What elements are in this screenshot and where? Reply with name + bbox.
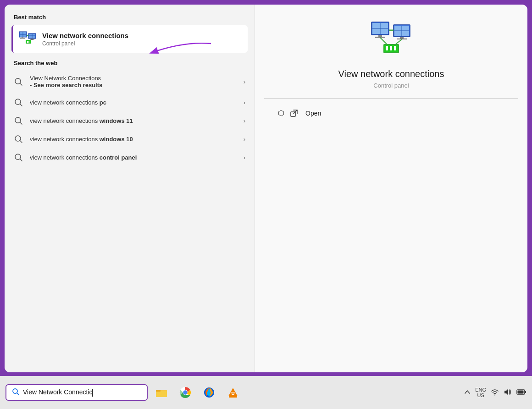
taskbar-vlc[interactable] [223, 382, 243, 403]
taskbar-search-bar[interactable]: View Network Connectic [6, 384, 148, 401]
tray-locale[interactable]: ENG US [475, 387, 486, 398]
detail-divider [264, 98, 518, 99]
search-input-text: View Network Connectic [23, 388, 92, 396]
detail-icon-area [371, 18, 412, 61]
tray-locale-lang: ENG [475, 387, 486, 392]
web-result-win10[interactable]: view network connections windows 10 › [5, 130, 255, 148]
svg-rect-15 [27, 41, 28, 43]
web-result-normal-see-more: View Network Connections [30, 75, 101, 82]
svg-rect-11 [30, 39, 34, 40]
svg-line-46 [380, 38, 387, 44]
svg-rect-32 [378, 35, 382, 37]
best-match-text: View network connections Control panel [42, 32, 128, 47]
svg-rect-39 [397, 39, 407, 39]
tray-wifi-icon[interactable] [491, 388, 499, 398]
vlc-icon [227, 386, 239, 399]
web-result-bold-pc: pc [100, 99, 106, 106]
web-result-text-win10: view network connections windows 10 [30, 136, 244, 143]
web-result-see-more[interactable]: View Network Connections - See more sear… [5, 70, 255, 93]
open-button[interactable]: ⬡ Open [273, 106, 326, 120]
chevron-icon-controlpanel: › [244, 154, 245, 161]
svg-point-64 [494, 394, 495, 395]
svg-rect-63 [229, 396, 237, 398]
detail-subtitle: Control panel [373, 82, 409, 89]
open-icon-svg [290, 109, 298, 117]
best-match-title: View network connections [42, 32, 128, 39]
svg-line-21 [20, 104, 22, 106]
svg-marker-65 [504, 389, 508, 395]
network-connections-icon [18, 30, 37, 48]
search-icon-pc [14, 98, 23, 107]
svg-line-25 [20, 141, 22, 143]
chevron-icon-win10: › [244, 136, 245, 143]
best-match-label: Best match [5, 14, 255, 25]
tray-locale-region: US [477, 392, 484, 398]
web-result-text-pc: view network connections pc [30, 99, 244, 106]
taskbar-search-icon [12, 388, 19, 397]
svg-line-23 [20, 122, 22, 125]
web-result-bold-win11: windows 11 [100, 117, 133, 124]
system-tray: ENG US [464, 387, 526, 398]
file-explorer-icon [155, 386, 168, 399]
chrome-icon [179, 386, 192, 399]
external-link-icon: ⬡ [278, 109, 284, 117]
svg-rect-45 [394, 46, 396, 50]
svg-rect-16 [28, 41, 29, 43]
taskbar-file-explorer[interactable] [151, 382, 172, 403]
web-result-text-see-more: View Network Connections - See more sear… [30, 75, 244, 88]
tray-battery-icon[interactable] [516, 388, 526, 398]
search-icon [14, 77, 23, 86]
search-icon-win11 [14, 116, 23, 125]
detail-title: View network connections [338, 69, 444, 79]
svg-rect-53 [156, 391, 167, 397]
svg-line-51 [17, 393, 19, 395]
search-web-label: Search the web [5, 60, 255, 70]
web-result-pc[interactable]: view network connections pc › [5, 93, 255, 111]
web-result-bold-win10: windows 10 [100, 136, 133, 143]
open-label: Open [305, 110, 321, 117]
svg-rect-33 [375, 37, 385, 38]
svg-rect-43 [386, 46, 388, 50]
svg-rect-67 [525, 391, 526, 393]
web-result-text-controlpanel: view network connections control panel [30, 154, 244, 161]
web-result-bold-controlpanel: control panel [100, 154, 137, 161]
web-result-win11[interactable]: view network connections windows 11 › [5, 111, 255, 130]
best-match-subtitle: Control panel [42, 40, 128, 47]
left-panel: Best match [5, 5, 255, 372]
best-match-item[interactable]: View network connections Control panel [11, 25, 248, 53]
svg-rect-38 [400, 37, 404, 39]
search-icon-win10 [14, 134, 23, 144]
svg-rect-44 [390, 46, 392, 50]
tray-speaker-icon[interactable] [504, 388, 512, 398]
taskbar-firefox[interactable] [199, 382, 219, 403]
search-icon-controlpanel [14, 153, 23, 162]
svg-rect-4 [22, 37, 23, 38]
taskbar-chrome[interactable] [175, 382, 195, 403]
chevron-icon-win11: › [244, 117, 245, 124]
taskbar: View Network Connectic [0, 376, 532, 409]
svg-point-57 [183, 391, 188, 395]
chevron-icon-pc: › [244, 99, 245, 106]
web-result-text-win11: view network connections windows 11 [30, 117, 244, 124]
web-result-controlpanel[interactable]: view network connections control panel › [5, 148, 255, 166]
taskbar-search-input[interactable]: View Network Connectic [23, 388, 141, 396]
svg-rect-5 [20, 38, 25, 39]
search-popup: Best match [5, 5, 527, 372]
svg-line-47 [396, 39, 402, 44]
firefox-icon [203, 386, 216, 399]
svg-line-27 [20, 159, 22, 161]
chevron-icon-see-more: › [244, 78, 245, 85]
svg-line-19 [20, 83, 22, 86]
text-cursor [92, 389, 93, 397]
svg-rect-54 [156, 390, 161, 392]
web-result-bold-see-more: - See more search results [30, 82, 102, 88]
detail-network-icon [371, 18, 412, 60]
tray-chevron-up[interactable] [464, 389, 471, 397]
svg-rect-10 [31, 39, 33, 39]
right-panel: View network connections Control panel ⬡… [255, 5, 527, 372]
svg-rect-68 [518, 390, 524, 393]
